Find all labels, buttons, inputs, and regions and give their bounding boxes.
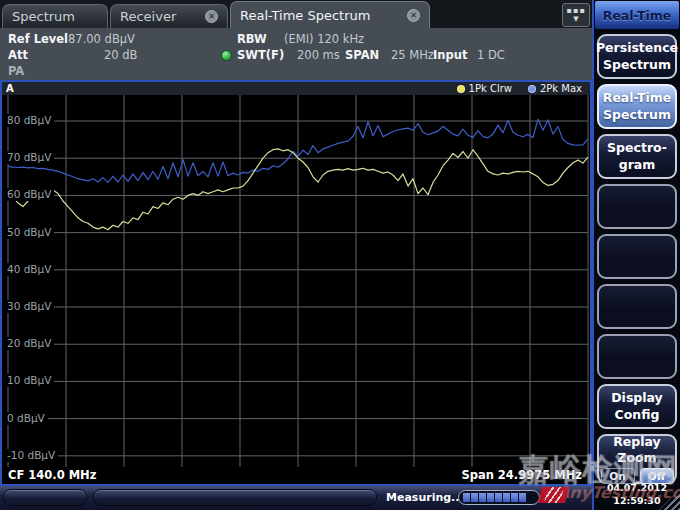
softkey-label: Config [615, 407, 660, 423]
spectrum-chart-window: A 1Pk Clrw2Pk Max 80 dBµV70 dBµV60 dBµV5… [0, 80, 592, 486]
progress-segment [519, 493, 526, 502]
progress-bar [458, 490, 540, 505]
softkey-empty-3[interactable] [597, 184, 677, 229]
spectrum-analyzer-screen: SpectrumReceiver✕Real-Time Spectrum✕ ▪▪▪… [0, 0, 680, 510]
swt-value[interactable]: 200 ms [297, 48, 340, 62]
softkey-label: Replay [613, 434, 661, 450]
y-axis-tick-label: 40 dBµV [4, 263, 54, 276]
input-value[interactable]: 1 DC [477, 48, 505, 62]
y-axis-tick-label: 70 dBµV [4, 151, 54, 164]
status-bar: Measuring... [0, 486, 592, 510]
att-value[interactable]: 20 dB [104, 48, 137, 62]
rbw-label: RBW [237, 32, 267, 46]
softkey-label: Zoom [617, 450, 656, 466]
progress-segment [527, 493, 534, 502]
ref-level-label: Ref Level [8, 32, 68, 46]
span-footer-label[interactable]: Span 24.9975 MHz [461, 468, 582, 482]
softkey-label: Real-Time [603, 90, 672, 106]
y-axis-tick-label: -10 dBµV [4, 449, 58, 462]
tab-receiver[interactable]: Receiver✕ [110, 4, 228, 28]
softkey-label: gram [619, 157, 656, 173]
softkey-label: Persistence [596, 40, 678, 56]
legend-item-2pk-max[interactable]: 2Pk Max [528, 83, 582, 94]
y-axis-tick-label: 30 dBµV [4, 300, 54, 313]
att-label: Att [8, 48, 28, 62]
tab-bar-container: SpectrumReceiver✕Real-Time Spectrum✕ ▪▪▪… [0, 0, 592, 28]
span-value[interactable]: 25 MHz [391, 48, 434, 62]
softkey-persistence-spectrum[interactable]: PersistenceSpectrum [597, 34, 677, 79]
preamp-label: PA [8, 64, 24, 78]
y-axis-tick-label: 80 dBµV [4, 114, 54, 127]
legend-label: 2Pk Max [540, 83, 582, 94]
rbw-value[interactable]: (EMI) 120 kHz [284, 32, 364, 46]
softkey-real-time-spectrum[interactable]: Real-TimeSpectrum [597, 84, 677, 129]
progress-segment [487, 493, 494, 502]
softkey-spectro-gram[interactable]: Spectro-gram [597, 134, 677, 179]
trace-legend: 1Pk Clrw2Pk Max [457, 83, 582, 94]
input-label: Input [433, 48, 467, 62]
tab-overview-dots-icon: ▪▪▪ [566, 7, 585, 15]
tab-overview-button[interactable]: ▪▪▪ ▼ [562, 3, 590, 27]
progress-segment [495, 493, 502, 502]
tab-close-icon[interactable]: ✕ [205, 10, 218, 23]
tab-label: Spectrum [12, 9, 75, 24]
center-frequency-label[interactable]: CF 140.0 MHz [8, 468, 96, 482]
progress-segment [463, 493, 470, 502]
sidebar-title: Real-Time [595, 1, 679, 29]
span-label: SPAN [345, 48, 379, 62]
y-axis-tick-label: 50 dBµV [4, 226, 54, 239]
window-label: A [6, 82, 14, 95]
softkey-display-config[interactable]: DisplayConfig [597, 384, 677, 429]
chart-footer: CF 140.0 MHz Span 24.9975 MHz [2, 467, 590, 482]
y-axis-tick-label: 60 dBµV [4, 188, 54, 201]
softkey-label: Spectrum [603, 107, 671, 123]
softkey-sidebar: Real-Time PersistenceSpectrumReal-TimeSp… [592, 0, 680, 510]
statusbar-button-2[interactable] [93, 489, 377, 506]
tab-bar: SpectrumReceiver✕Real-Time Spectrum✕ [0, 0, 560, 28]
y-axis-tick-label: 0 dBµV [4, 412, 48, 425]
softkey-empty-4[interactable] [597, 234, 677, 279]
tab-label: Receiver [120, 9, 176, 24]
sidebar-menu: PersistenceSpectrumReal-TimeSpectrumSpec… [594, 34, 680, 484]
progress-segment [511, 493, 518, 502]
chevron-down-icon: ▼ [573, 16, 578, 23]
softkey-empty-5[interactable] [597, 284, 677, 329]
time-label: 12:59:30 [607, 495, 667, 507]
tab-label: Real-Time Spectrum [240, 8, 370, 23]
softkey-label: Spectrum [603, 57, 671, 73]
date-label: 04.07.2012 [607, 482, 667, 494]
datetime-display: 04.07.2012 12:59:30 [607, 482, 667, 507]
swt-label: SWT(F) [237, 48, 284, 62]
softkey-label: Spectro- [607, 140, 667, 156]
measuring-status: Measuring... [386, 491, 464, 504]
softkey-replay-zoom[interactable]: ReplayZoomOnOff [597, 434, 677, 484]
tab-close-icon[interactable]: ✕ [407, 9, 420, 22]
softkey-empty-6[interactable] [597, 334, 677, 379]
trace-dot-icon [457, 85, 465, 93]
swt-led-icon [221, 50, 232, 61]
y-axis-tick-label: 10 dBµV [4, 374, 54, 387]
y-axis-tick-label: 20 dBµV [4, 337, 54, 350]
tab-spectrum[interactable]: Spectrum [2, 4, 108, 28]
statusbar-button-1[interactable] [3, 489, 87, 506]
legend-item-1pk-clrw[interactable]: 1Pk Clrw [457, 83, 512, 94]
tab-real-time-spectrum[interactable]: Real-Time Spectrum✕ [230, 1, 430, 28]
softkey-label: Display [611, 390, 663, 406]
plot-grid [2, 95, 590, 467]
chart-titlebar: A 1Pk Clrw2Pk Max [2, 82, 590, 95]
ref-level-value[interactable]: 87.00 dBµV [68, 32, 135, 46]
settings-header: Ref Level 87.00 dBµV RBW (EMI) 120 kHz A… [0, 28, 592, 80]
trace-dot-icon [528, 85, 536, 93]
spectrum-plot[interactable]: 80 dBµV70 dBµV60 dBµV50 dBµV40 dBµV30 dB… [2, 95, 590, 467]
progress-segment [503, 493, 510, 502]
legend-label: 1Pk Clrw [469, 83, 512, 94]
progress-segment [471, 493, 478, 502]
progress-segment [479, 493, 486, 502]
